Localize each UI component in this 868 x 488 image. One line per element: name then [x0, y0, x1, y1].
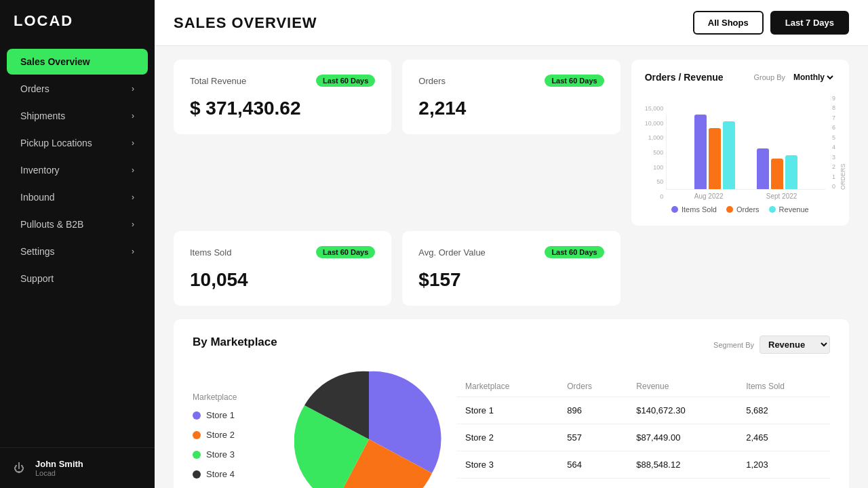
- avg-order-card: Avg. Order Value Last 60 Days $157: [402, 231, 620, 306]
- legend-label-store1: Store 1: [206, 410, 235, 420]
- page-title: SALES OVERVIEW: [174, 14, 317, 32]
- sidebar: LOCAD Sales Overview Orders › Shipments …: [0, 0, 155, 488]
- total-revenue-label: Total Revenue: [190, 76, 246, 86]
- marketplace-title: By Marketplace: [193, 336, 277, 349]
- sidebar-item-label: Inbound: [20, 192, 55, 203]
- cell-revenue: $54,761.20: [628, 479, 738, 489]
- logo: LOCAD: [0, 0, 155, 42]
- user-info: John Smith Locad: [35, 459, 83, 477]
- avg-order-value: $157: [418, 269, 604, 291]
- legend-dot-store1: [193, 411, 201, 420]
- sidebar-item-support[interactable]: Support: [7, 266, 148, 291]
- bar-items-sold-sept: [757, 148, 769, 189]
- legend-label-items-sold: Items Sold: [682, 205, 717, 214]
- cell-items-sold: 2,465: [738, 424, 830, 451]
- sidebar-item-label: Pullouts & B2B: [20, 219, 83, 230]
- top-row: Total Revenue Last 60 Days $ 371,430.62 …: [174, 60, 849, 226]
- col-orders: Orders: [559, 376, 628, 397]
- cell-marketplace: Store 3: [457, 451, 559, 479]
- cell-orders: 557: [559, 424, 628, 451]
- power-icon[interactable]: ⏻: [14, 462, 24, 474]
- cell-revenue: $140,672.30: [628, 397, 738, 424]
- col-revenue: Revenue: [628, 376, 738, 397]
- topbar: SALES OVERVIEW All Shops Last 7 Days: [155, 0, 868, 46]
- sidebar-item-label: Orders: [20, 83, 50, 94]
- chevron-down-icon: ›: [132, 192, 134, 202]
- segment-by-select[interactable]: Revenue Orders Items Sold: [760, 336, 830, 354]
- sidebar-item-sales-overview[interactable]: Sales Overview: [7, 49, 148, 75]
- total-revenue-value: $ 371,430.62: [190, 98, 375, 119]
- user-company: Locad: [35, 469, 83, 477]
- topbar-actions: All Shops Last 7 Days: [693, 11, 849, 35]
- legend-store1: Store 1: [193, 410, 281, 420]
- bar-orders-sept: [771, 159, 783, 189]
- pie-legend: Marketplace Store 1 Store 2 Store 3: [193, 392, 281, 488]
- bar-orders-aug: [709, 128, 721, 189]
- bar-revenue-aug: [723, 121, 735, 189]
- bar-x-labels: Aug 2022 Sept 2022: [666, 192, 825, 200]
- chart-controls: Group By Monthly Weekly Daily: [754, 72, 835, 83]
- sidebar-item-pullouts[interactable]: Pullouts & B2B ›: [7, 211, 148, 237]
- sidebar-item-settings[interactable]: Settings ›: [7, 239, 148, 264]
- legend-dot-orders: [726, 206, 733, 213]
- cell-revenue: $87,449.00: [628, 424, 738, 451]
- table-row: Store 3 564 $88,548.12 1,203: [457, 451, 830, 479]
- chart-title: Orders / Revenue: [645, 72, 724, 83]
- total-revenue-badge: Last 60 Days: [316, 75, 375, 87]
- legend-label-orders: Orders: [736, 205, 760, 214]
- sidebar-item-orders[interactable]: Orders ›: [7, 76, 148, 102]
- sidebar-item-label: Settings: [20, 246, 55, 257]
- legend-revenue: Revenue: [769, 205, 809, 214]
- orders-badge: Last 60 Days: [545, 75, 604, 87]
- marketplace-header: By Marketplace Segment By Revenue Orders…: [193, 336, 830, 354]
- chevron-down-icon: ›: [132, 165, 134, 175]
- sidebar-footer: ⏻ John Smith Locad: [0, 447, 155, 488]
- bar-items-sold-aug: [694, 115, 707, 189]
- cell-marketplace: Store 4: [457, 479, 559, 489]
- sidebar-item-shipments[interactable]: Shipments ›: [7, 103, 148, 129]
- last-7-days-button[interactable]: Last 7 Days: [770, 11, 849, 35]
- chevron-down-icon: ›: [132, 111, 134, 121]
- group-by-select[interactable]: Monthly Weekly Daily: [791, 72, 835, 83]
- legend-dot-items-sold: [671, 206, 678, 213]
- cell-orders: 564: [559, 451, 628, 479]
- legend-orders: Orders: [726, 205, 760, 214]
- legend-label-revenue: Revenue: [779, 205, 809, 214]
- cell-orders: 197: [559, 479, 628, 489]
- sidebar-item-label: Shipments: [20, 110, 65, 121]
- main-content: SALES OVERVIEW All Shops Last 7 Days Tot…: [155, 0, 868, 488]
- cell-marketplace: Store 2: [457, 424, 559, 451]
- cell-items-sold: 1,203: [738, 451, 830, 479]
- user-name: John Smith: [35, 459, 83, 469]
- sidebar-item-inbound[interactable]: Inbound ›: [7, 184, 148, 210]
- sidebar-item-pickup-locations[interactable]: Pickup Locations ›: [7, 130, 148, 156]
- all-shops-button[interactable]: All Shops: [693, 11, 764, 35]
- items-sold-card: Items Sold Last 60 Days 10,054: [174, 231, 391, 306]
- sidebar-item-inventory[interactable]: Inventory ›: [7, 157, 148, 183]
- bar-revenue-sept: [785, 155, 797, 189]
- sidebar-item-label: Pickup Locations: [20, 138, 92, 148]
- items-sold-label: Items Sold: [190, 247, 231, 258]
- orders-label: Orders: [418, 76, 446, 86]
- sidebar-item-label: Support: [20, 273, 54, 284]
- col-items-sold: Items Sold: [738, 376, 830, 397]
- legend-store3: Store 3: [193, 449, 281, 460]
- legend-label-store4: Store 4: [206, 469, 235, 479]
- x-label-aug: Aug 2022: [694, 192, 724, 200]
- sidebar-item-label: Inventory: [20, 165, 60, 176]
- marketplace-table: Marketplace Orders Revenue Items Sold St…: [457, 376, 830, 488]
- legend-store2: Store 2: [193, 430, 281, 440]
- table-row: Store 2 557 $87,449.00 2,465: [457, 424, 830, 451]
- x-label-sept: Sept 2022: [766, 192, 797, 200]
- cell-items-sold: 694: [738, 479, 830, 489]
- orders-revenue-chart-card: Orders / Revenue Group By Monthly Weekly…: [631, 60, 849, 226]
- chevron-down-icon: ›: [132, 220, 134, 229]
- legend-dot-store4: [193, 470, 201, 479]
- y-axis-orders: 9876543210: [832, 95, 835, 190]
- legend-store4: Store 4: [193, 469, 281, 479]
- cell-items-sold: 5,682: [738, 397, 830, 424]
- avg-order-label: Avg. Order Value: [418, 247, 486, 258]
- marketplace-legend-header: Marketplace: [193, 392, 281, 402]
- segment-by-label: Segment By: [713, 341, 754, 349]
- cell-marketplace: Store 1: [457, 397, 559, 424]
